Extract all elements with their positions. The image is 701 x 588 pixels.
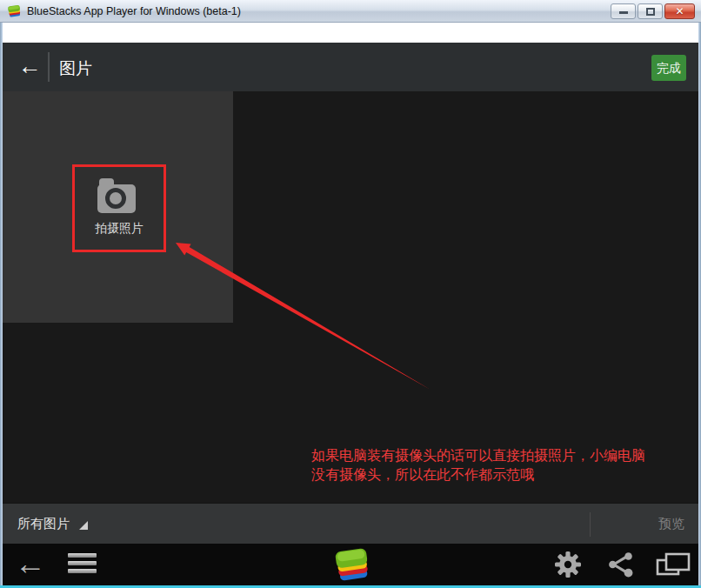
app-header: ← 图片 完成 [3,43,698,91]
nav-back-icon[interactable]: ← [11,547,50,582]
annotation-line-1: 如果电脑装有摄像头的话可以直接拍摄照片，小编电脑 [311,446,677,465]
window-border-left [0,23,3,588]
camera-icon [97,178,136,213]
take-photo-label: 拍摄照片 [75,221,164,237]
annotation-line-2: 没有摄像头，所以在此不作都示范哦 [311,465,677,484]
settings-gear-icon[interactable] [553,551,583,578]
album-selector-label: 所有图片 [17,516,70,532]
maximize-button[interactable] [638,3,663,19]
toolbar-strip [3,23,698,43]
header-divider [48,52,50,82]
close-button[interactable]: ✕ [664,3,695,19]
bluestacks-logo[interactable] [334,546,371,583]
footer-bar: 所有图片 预览 [3,503,698,544]
menu-icon[interactable] [68,553,97,576]
page-title: 图片 [59,57,92,80]
window-title: BlueStacks App Player for Windows (beta-… [27,5,241,17]
done-button[interactable]: 完成 [651,55,686,81]
preview-button[interactable]: 预览 [638,504,698,545]
tutorial-annotation: 如果电脑装有摄像头的话可以直接拍摄照片，小编电脑 没有摄像头，所以在此不作都示范… [311,446,677,484]
bluestacks-window: BlueStacks App Player for Windows (beta-… [0,0,701,588]
gallery-content: 拍摄照片 如果电脑装有摄像头的话可以直接拍摄照片，小编电脑 没有摄像头，所以在此… [3,91,698,503]
album-selector[interactable]: 所有图片 [3,504,107,545]
android-nav-bar: ← [3,544,698,585]
window-titlebar[interactable]: BlueStacks App Player for Windows (beta-… [0,0,701,23]
bluestacks-logo-icon [7,4,22,18]
close-icon: ✕ [665,4,694,18]
back-arrow-icon[interactable]: ← [13,50,46,84]
minimize-button[interactable] [611,3,636,19]
share-icon[interactable] [607,551,635,578]
take-photo-tile[interactable]: 拍摄照片 [72,164,166,252]
minimize-icon [619,11,628,14]
maximize-icon [646,8,655,16]
dropdown-caret-icon [79,521,88,530]
window-resize-icon[interactable] [655,551,691,578]
footer-divider [590,512,591,537]
preview-label: 预览 [658,516,684,532]
